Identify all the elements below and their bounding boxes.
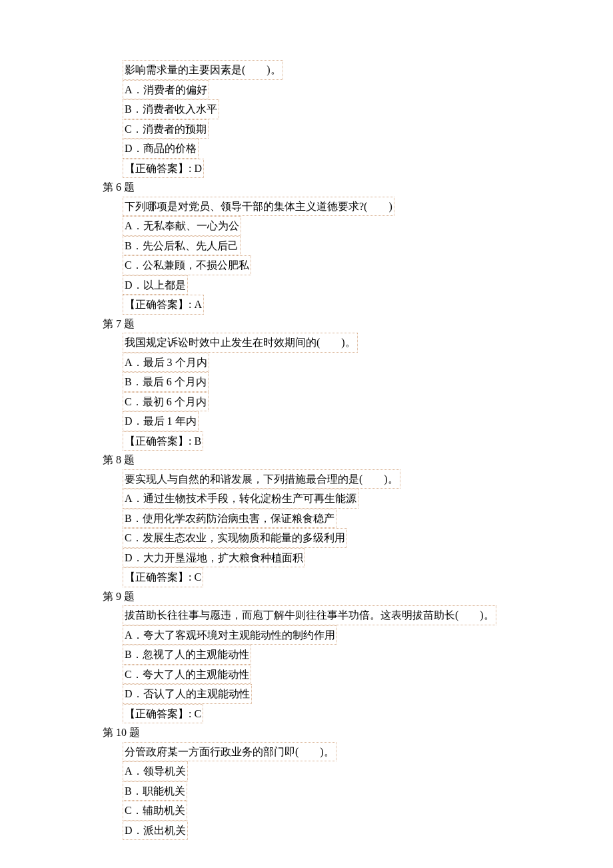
text-span: C．发展生态农业，实现物质和能量的多级利用 [123, 528, 347, 548]
text-span: 影响需求量的主要因素是( )。 [123, 60, 283, 80]
text-line: 第 9 题 [101, 587, 613, 606]
text-span: C．最初 6 个月内 [123, 392, 209, 412]
text-span: C．公私兼顾，不损公肥私 [123, 255, 251, 275]
document-content: 影响需求量的主要因素是( )。A．消费者的偏好B．消费者收入水平C．消费者的预期… [101, 60, 613, 840]
text-span: 【正确答案】: D [123, 159, 204, 179]
text-line: B．先公后私、先人后己 [101, 236, 613, 256]
text-line: C．公私兼顾，不损公肥私 [101, 255, 613, 275]
text-line: D．派出机关 [101, 821, 613, 841]
text-span: B．消费者收入水平 [123, 99, 219, 119]
text-span: D．最后 1 年内 [123, 411, 199, 431]
text-span: A．无私奉献、一心为公 [123, 216, 241, 236]
text-line: 分管政府某一方面行政业务的部门即( )。 [101, 742, 613, 762]
text-span: 【正确答案】: C [123, 567, 203, 587]
text-line: 拔苗助长往往事与愿违，而庖丁解牛则往往事半功倍。这表明拔苗助长( )。 [101, 605, 613, 625]
text-span: 【正确答案】: C [123, 704, 203, 724]
text-line: A．领导机关 [101, 761, 613, 781]
text-line: A．通过生物技术手段，转化淀粉生产可再生能源 [101, 489, 613, 509]
text-span: D．以上都是 [123, 275, 188, 295]
text-line: 要实现人与自然的和谐发展，下列措施最合理的是( )。 [101, 469, 613, 489]
text-line: 【正确答案】: C [101, 567, 613, 587]
text-line: A．消费者的偏好 [101, 80, 613, 100]
text-span: 第 7 题 [101, 315, 136, 333]
text-span: D．派出机关 [123, 821, 188, 841]
text-line: 第 8 题 [101, 451, 613, 469]
text-span: D．否认了人的主观能动性 [123, 684, 252, 704]
text-span: A．最后 3 个月内 [123, 353, 209, 373]
text-line: C．夸大了人的主观能动性 [101, 665, 613, 685]
text-span: 【正确答案】: B [123, 431, 203, 451]
text-span: 下列哪项是对党员、领导干部的集体主义道德要求?( ) [123, 197, 394, 217]
text-line: 第 10 题 [101, 723, 613, 742]
text-span: 第 8 题 [101, 451, 136, 469]
text-span: 我国规定诉讼时效中止发生在时效期间的( )。 [123, 333, 358, 353]
text-line: A．夸大了客观环境对主观能动性的制约作用 [101, 625, 613, 645]
text-span: 拔苗助长往往事与愿违，而庖丁解牛则往往事半功倍。这表明拔苗助长( )。 [123, 605, 496, 625]
text-line: 我国规定诉讼时效中止发生在时效期间的( )。 [101, 333, 613, 353]
text-line: C．发展生态农业，实现物质和能量的多级利用 [101, 528, 613, 548]
text-span: A．夸大了客观环境对主观能动性的制约作用 [123, 625, 337, 645]
text-span: B．最后 6 个月内 [123, 372, 209, 392]
text-span: 分管政府某一方面行政业务的部门即( )。 [123, 742, 336, 762]
text-line: D．最后 1 年内 [101, 411, 613, 431]
text-span: B．忽视了人的主观能动性 [123, 645, 251, 665]
text-span: 要实现人与自然的和谐发展，下列措施最合理的是( )。 [123, 469, 400, 489]
text-span: A．领导机关 [123, 761, 188, 781]
text-span: A．消费者的偏好 [123, 80, 209, 100]
text-span: A．通过生物技术手段，转化淀粉生产可再生能源 [123, 489, 358, 509]
text-line: A．最后 3 个月内 [101, 353, 613, 373]
text-line: B．忽视了人的主观能动性 [101, 645, 613, 665]
text-line: 第 6 题 [101, 178, 613, 197]
text-line: A．无私奉献、一心为公 [101, 216, 613, 236]
text-span: B．使用化学农药防治病虫害，保证粮食稳产 [123, 509, 336, 529]
text-line: 下列哪项是对党员、领导干部的集体主义道德要求?( ) [101, 197, 613, 217]
text-span: B．先公后私、先人后己 [123, 236, 241, 256]
text-line: D．以上都是 [101, 275, 613, 295]
text-line: B．职能机关 [101, 781, 613, 801]
text-line: 【正确答案】: A [101, 295, 613, 315]
text-span: C．辅助机关 [123, 801, 187, 821]
text-span: 【正确答案】: A [123, 295, 204, 315]
text-line: 【正确答案】: B [101, 431, 613, 451]
text-line: 影响需求量的主要因素是( )。 [101, 60, 613, 80]
text-line: C．辅助机关 [101, 801, 613, 821]
text-span: B．职能机关 [123, 781, 187, 801]
text-line: B．最后 6 个月内 [101, 372, 613, 392]
text-span: 第 9 题 [101, 587, 136, 606]
text-span: D．大力开垦湿地，扩大粮食种植面积 [123, 548, 305, 568]
text-span: 第 6 题 [101, 178, 136, 197]
text-line: C．最初 6 个月内 [101, 392, 613, 412]
text-line: D．否认了人的主观能动性 [101, 684, 613, 704]
text-line: B．消费者收入水平 [101, 99, 613, 119]
text-span: C．消费者的预期 [123, 119, 209, 139]
text-span: 第 10 题 [101, 723, 141, 742]
text-span: D．商品的价格 [123, 139, 199, 159]
text-line: D．大力开垦湿地，扩大粮食种植面积 [101, 548, 613, 568]
text-line: B．使用化学农药防治病虫害，保证粮食稳产 [101, 509, 613, 529]
text-span: C．夸大了人的主观能动性 [123, 665, 251, 685]
text-line: C．消费者的预期 [101, 119, 613, 139]
text-line: 【正确答案】: C [101, 704, 613, 724]
text-line: 【正确答案】: D [101, 159, 613, 179]
text-line: 第 7 题 [101, 315, 613, 333]
text-line: D．商品的价格 [101, 139, 613, 159]
